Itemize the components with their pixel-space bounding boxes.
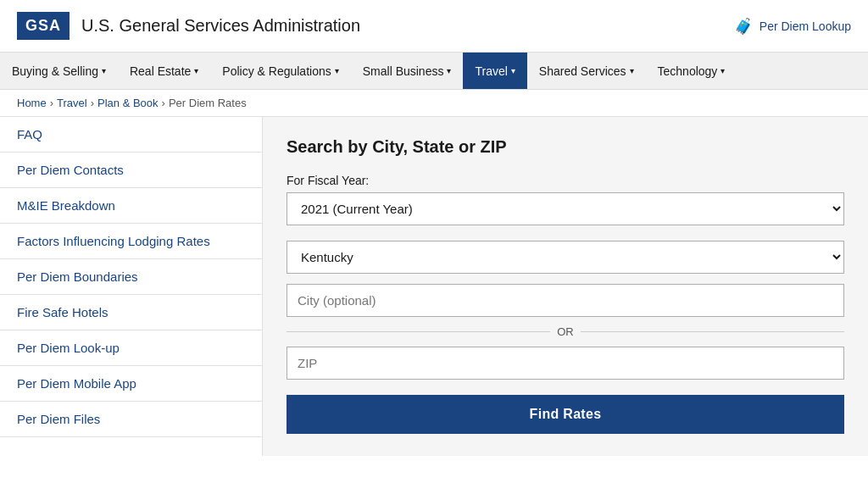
chevron-down-icon: ▾ bbox=[630, 66, 634, 75]
chevron-down-icon: ▾ bbox=[447, 66, 451, 75]
nav-travel[interactable]: Travel ▾ bbox=[463, 53, 526, 89]
or-line-right bbox=[581, 331, 844, 332]
per-diem-lookup-link[interactable]: 🧳 Per Diem Lookup bbox=[734, 17, 851, 36]
main-nav: Buying & Selling ▾ Real Estate ▾ Policy … bbox=[0, 53, 868, 90]
nav-real-estate[interactable]: Real Estate ▾ bbox=[118, 53, 210, 89]
nav-policy-regulations[interactable]: Policy & Regulations ▾ bbox=[210, 53, 350, 89]
or-line-left bbox=[287, 331, 550, 332]
or-divider: OR bbox=[287, 325, 844, 338]
sidebar-item-per-diem-mobile-app[interactable]: Per Diem Mobile App bbox=[0, 366, 262, 402]
nav-shared-services[interactable]: Shared Services ▾ bbox=[527, 53, 646, 89]
sidebar-item-per-diem-lookup[interactable]: Per Diem Look-up bbox=[0, 330, 262, 366]
zip-wrap bbox=[287, 347, 844, 380]
main-layout: FAQ Per Diem Contacts M&IE Breakdown Fac… bbox=[0, 117, 868, 456]
breadcrumb: Home › Travel › Plan & Book › Per Diem R… bbox=[0, 90, 868, 117]
or-label: OR bbox=[557, 325, 574, 338]
chevron-down-icon: ▾ bbox=[335, 66, 339, 75]
sidebar-item-mie-breakdown[interactable]: M&IE Breakdown bbox=[0, 188, 262, 224]
breadcrumb-current: Per Diem Rates bbox=[169, 97, 247, 109]
chevron-down-icon: ▾ bbox=[194, 66, 198, 75]
sidebar-item-factors-lodging[interactable]: Factors Influencing Lodging Rates bbox=[0, 224, 262, 259]
chevron-down-icon: ▾ bbox=[102, 66, 106, 75]
breadcrumb-travel[interactable]: Travel bbox=[57, 97, 87, 109]
nav-buying-selling[interactable]: Buying & Selling ▾ bbox=[0, 53, 118, 89]
chevron-down-icon: ▾ bbox=[511, 66, 515, 75]
state-select[interactable]: AlabamaAlaskaArizonaArkansas CaliforniaC… bbox=[287, 241, 844, 274]
sidebar: FAQ Per Diem Contacts M&IE Breakdown Fac… bbox=[0, 117, 263, 456]
briefcase-icon: 🧳 bbox=[734, 17, 753, 36]
city-input[interactable] bbox=[287, 284, 844, 317]
find-rates-button[interactable]: Find Rates bbox=[287, 395, 844, 434]
zip-input[interactable] bbox=[287, 347, 844, 380]
breadcrumb-plan-book[interactable]: Plan & Book bbox=[97, 97, 159, 109]
gsa-logo: GSA bbox=[17, 12, 70, 40]
per-diem-lookup-label: Per Diem Lookup bbox=[760, 19, 851, 33]
sidebar-item-per-diem-boundaries[interactable]: Per Diem Boundaries bbox=[0, 259, 262, 295]
search-panel: Search by City, State or ZIP For Fiscal … bbox=[263, 117, 868, 456]
sidebar-item-per-diem-files[interactable]: Per Diem Files bbox=[0, 402, 262, 437]
nav-small-business[interactable]: Small Business ▾ bbox=[351, 53, 464, 89]
site-header: GSA U.S. General Services Administration… bbox=[0, 0, 868, 53]
search-title: Search by City, State or ZIP bbox=[287, 137, 844, 157]
breadcrumb-home[interactable]: Home bbox=[17, 97, 47, 109]
fiscal-year-label: For Fiscal Year: bbox=[287, 174, 844, 187]
nav-technology[interactable]: Technology ▾ bbox=[646, 53, 737, 89]
sidebar-item-per-diem-contacts[interactable]: Per Diem Contacts bbox=[0, 153, 262, 188]
fiscal-year-select[interactable]: 2021 (Current Year) 2020 2019 2018 bbox=[287, 192, 844, 225]
sidebar-item-faq[interactable]: FAQ bbox=[0, 117, 262, 153]
sidebar-item-fire-safe-hotels[interactable]: Fire Safe Hotels bbox=[0, 295, 262, 330]
agency-name: U.S. General Services Administration bbox=[81, 16, 360, 36]
chevron-down-icon: ▾ bbox=[721, 66, 725, 75]
